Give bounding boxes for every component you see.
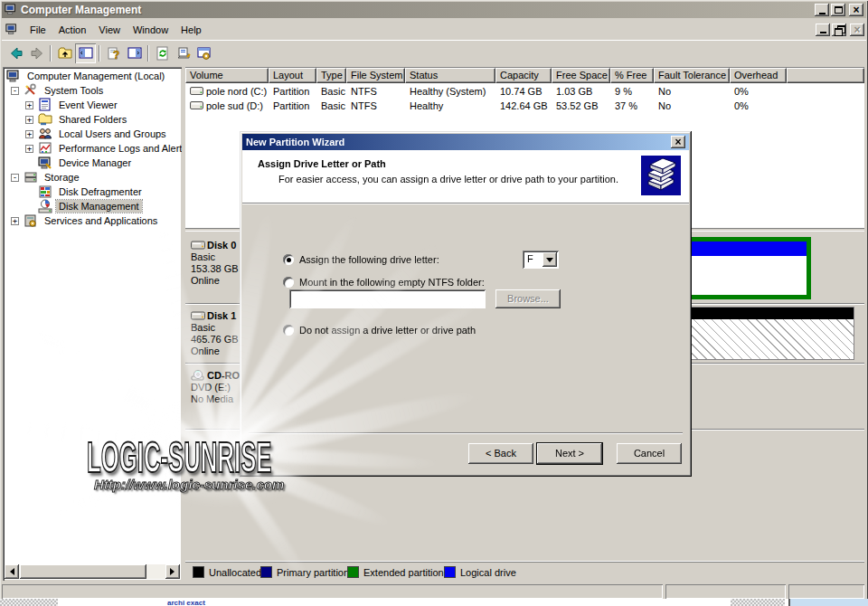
properties-button[interactable]: [124, 43, 145, 63]
partition-legend: Unallocated Primary partition Extended p…: [185, 561, 864, 582]
column-header-capacity[interactable]: Capacity: [495, 68, 552, 83]
menu-view[interactable]: View: [92, 22, 127, 38]
expand-toggle[interactable]: +: [25, 145, 33, 153]
cancel-button[interactable]: Cancel: [617, 443, 682, 464]
volume-row-d[interactable]: pole sud (D:) Partition Basic NTFS Healt…: [185, 99, 864, 113]
tree-item-computer-management[interactable]: Computer Management (Local): [5, 69, 180, 83]
volume-list-header: Volume Layout Type File System Status Ca…: [185, 68, 864, 83]
drive-letter-dropdown[interactable]: F: [523, 251, 559, 269]
dropdown-button[interactable]: [542, 252, 557, 267]
arrow-left-icon: [6, 568, 14, 575]
tree-item-services-and-applications[interactable]: + Services and Applications: [5, 213, 180, 228]
column-header-free-space[interactable]: Free Space: [552, 68, 610, 83]
tree-item-disk-management[interactable]: Disk Management: [5, 199, 180, 213]
next-button[interactable]: Next >: [537, 443, 602, 464]
radio-mount-label[interactable]: Mount in the following empty NTFS folder…: [299, 277, 485, 288]
help-topics-button[interactable]: ?: [103, 43, 124, 63]
radio-no-drive-letter[interactable]: [283, 325, 294, 336]
tree-item-local-users-and-groups[interactable]: + Local Users and Groups: [5, 127, 180, 141]
column-header-file-system[interactable]: File System: [346, 68, 405, 83]
collapse-toggle[interactable]: -: [11, 87, 19, 95]
tree-item-system-tools[interactable]: - System Tools: [5, 83, 180, 98]
wizard-close-button[interactable]: ×: [671, 136, 685, 148]
tree-item-disk-defragmenter[interactable]: Disk Defragmenter: [5, 185, 180, 199]
column-header-overhead[interactable]: Overhead: [730, 68, 787, 83]
close-button[interactable]: ×: [849, 4, 863, 16]
expand-toggle[interactable]: +: [25, 116, 33, 124]
app-icon: [5, 4, 17, 16]
radio-assign-label[interactable]: Assign the following drive letter:: [299, 254, 439, 265]
mdi-restore-button[interactable]: [832, 24, 846, 36]
tree-item-event-viewer[interactable]: + Event Viewer: [5, 98, 180, 112]
expand-toggle[interactable]: +: [25, 101, 33, 109]
browse-button[interactable]: Browse...: [495, 289, 561, 308]
drive-letter-value: F: [523, 251, 542, 269]
radio-mount-ntfs-folder[interactable]: [283, 277, 294, 288]
disk-defragmenter-icon: [38, 185, 52, 199]
mount-folder-input[interactable]: [289, 289, 486, 308]
new-partition-wizard-dialog: New Partition Wizard × Assign Drive Lett…: [240, 131, 692, 477]
minimize-button[interactable]: [815, 4, 829, 16]
show-console-tree-button[interactable]: [75, 43, 96, 63]
wizard-header-separator: [242, 203, 689, 204]
column-header-filler: [787, 68, 864, 83]
refresh-button[interactable]: [152, 43, 173, 63]
wizard-titlebar[interactable]: New Partition Wizard ×: [242, 134, 689, 150]
primary-partition-swatch: [260, 566, 272, 578]
status-panel: [665, 584, 786, 599]
mdi-minimize-button[interactable]: [816, 24, 830, 36]
tree-item-performance-logs[interactable]: + Performance Logs and Alerts: [5, 141, 180, 156]
volume-icon: [190, 100, 203, 112]
menu-window[interactable]: Window: [127, 22, 175, 38]
column-header-pct-free[interactable]: % Free: [610, 68, 654, 83]
back-button[interactable]: [5, 43, 26, 63]
column-header-fault-tolerance[interactable]: Fault Tolerance: [654, 68, 730, 83]
cd-drive-icon: [191, 369, 205, 382]
radio-assign-drive-letter[interactable]: [283, 254, 294, 265]
column-header-type[interactable]: Type: [316, 68, 346, 83]
toolbar: ?: [2, 40, 866, 65]
tree-item-storage[interactable]: - Storage: [5, 170, 180, 185]
extended-partition-swatch: [347, 566, 359, 578]
mdi-close-button[interactable]: ×: [850, 24, 864, 36]
tree-item-device-manager[interactable]: Device Manager: [5, 156, 180, 170]
panes-left-icon: [79, 46, 93, 61]
wizard-heading: Assign Drive Letter or Path: [258, 158, 386, 169]
maximize-button[interactable]: [831, 4, 845, 16]
window-gear-icon: [197, 46, 212, 61]
volume-row-c[interactable]: pole nord (C:) Partition Basic NTFS Heal…: [185, 84, 864, 99]
expand-toggle[interactable]: +: [25, 130, 33, 138]
radio-none-label[interactable]: Do not assign a drive letter or drive pa…: [299, 325, 476, 336]
up-one-level-button[interactable]: [54, 43, 75, 63]
export-list-button[interactable]: [173, 43, 193, 63]
column-header-volume[interactable]: Volume: [185, 68, 269, 83]
tree-item-shared-folders[interactable]: + Shared Folders: [5, 112, 180, 127]
column-header-status[interactable]: Status: [405, 68, 495, 83]
console-settings-button[interactable]: [193, 43, 214, 63]
device-manager-icon: [38, 156, 52, 170]
forward-icon: [30, 46, 44, 61]
scroll-right-button[interactable]: [165, 564, 180, 579]
scrollbar-thumb[interactable]: [20, 564, 146, 579]
tree-horizontal-scrollbar[interactable]: [5, 564, 180, 579]
back-button[interactable]: < Back: [468, 443, 533, 464]
unallocated-swatch: [193, 566, 204, 578]
menu-action[interactable]: Action: [52, 22, 93, 38]
export-list-icon: [176, 46, 191, 61]
chevron-down-icon: [546, 258, 553, 266]
menu-help[interactable]: Help: [175, 22, 208, 38]
menu-file[interactable]: File: [24, 22, 52, 38]
console-tree-panel: Computer Management (Local) - System Too…: [3, 67, 182, 581]
column-header-layout[interactable]: Layout: [269, 68, 316, 83]
window-titlebar[interactable]: Computer Management ×: [2, 2, 866, 18]
folder-up-icon: [58, 46, 72, 61]
toolbar-separator: [99, 45, 100, 62]
collapse-toggle[interactable]: -: [11, 174, 19, 182]
window-title: Computer Management: [21, 4, 813, 16]
scroll-left-button[interactable]: [5, 564, 19, 579]
refresh-icon: [156, 46, 170, 61]
arrow-right-icon: [170, 568, 178, 575]
forward-button[interactable]: [26, 43, 47, 63]
status-panel: [788, 584, 864, 599]
expand-toggle[interactable]: +: [11, 217, 19, 225]
